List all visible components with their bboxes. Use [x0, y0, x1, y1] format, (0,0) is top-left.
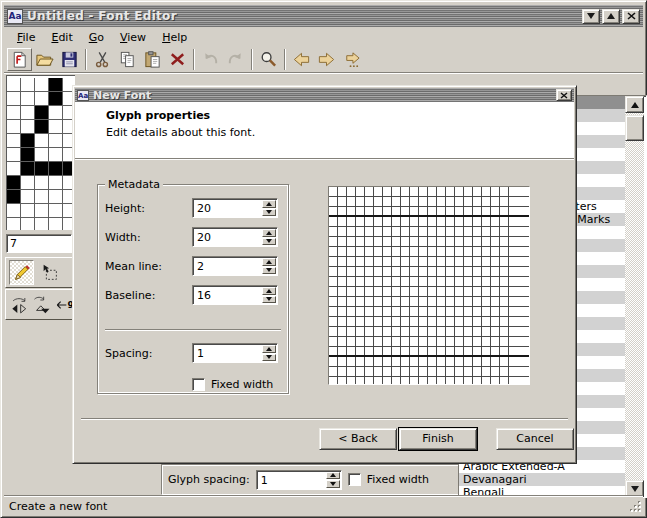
menu-item-view[interactable]: View — [113, 29, 153, 46]
list-scrollbar[interactable] — [625, 96, 644, 497]
glyph-pixel[interactable] — [35, 162, 48, 175]
glyph-pixel[interactable] — [35, 134, 48, 147]
back-button[interactable]: < Back — [319, 428, 397, 450]
maximize-button[interactable] — [602, 9, 620, 24]
glyph-pixel[interactable] — [21, 92, 34, 105]
minimize-button[interactable] — [582, 9, 600, 24]
glyph-edit-canvas[interactable] — [6, 75, 75, 230]
redo-button[interactable] — [223, 48, 248, 71]
close-button[interactable] — [622, 9, 640, 24]
glyph-pixel[interactable] — [49, 92, 62, 105]
menu-item-edit[interactable]: Edit — [44, 29, 79, 46]
field-stepper[interactable]: 2 — [192, 256, 278, 276]
goto-button[interactable] — [339, 48, 364, 71]
new-font-button[interactable] — [7, 48, 32, 71]
glyph-spacing-stepper[interactable]: 1 — [256, 470, 342, 490]
spin-up-button[interactable] — [262, 345, 276, 353]
glyph-pixel[interactable] — [35, 218, 48, 230]
glyph-pixel[interactable] — [21, 162, 34, 175]
glyph-pixel[interactable] — [49, 106, 62, 119]
menu-item-go[interactable]: Go — [82, 29, 111, 46]
dialog-close-button[interactable] — [556, 89, 572, 101]
glyph-pixel[interactable] — [49, 204, 62, 217]
spin-up-button[interactable] — [262, 258, 276, 266]
paste-button[interactable] — [140, 48, 165, 71]
glyph-pixel[interactable] — [35, 148, 48, 161]
character-input[interactable] — [6, 234, 72, 253]
glyph-pixel[interactable] — [21, 218, 34, 230]
select-tool-button[interactable] — [37, 260, 62, 285]
spin-up-button[interactable] — [326, 472, 340, 480]
flip-horizontal-button[interactable] — [9, 292, 29, 317]
spin-up-button[interactable] — [262, 200, 276, 208]
glyph-pixel[interactable] — [7, 148, 20, 161]
cancel-button[interactable]: Cancel — [496, 428, 574, 450]
glyph-pixel[interactable] — [21, 190, 34, 203]
glyph-pixel[interactable] — [7, 92, 20, 105]
glyph-pixel[interactable] — [49, 218, 62, 230]
menu-item-help[interactable]: Help — [155, 29, 194, 46]
glyph-pixel[interactable] — [35, 78, 48, 91]
glyph-pixel[interactable] — [49, 120, 62, 133]
glyph-pixel[interactable] — [7, 78, 20, 91]
glyph-pixel[interactable] — [35, 106, 48, 119]
glyph-pixel-grid[interactable] — [7, 78, 75, 230]
glyph-pixel[interactable] — [7, 204, 20, 217]
fixed-width-checkbox[interactable] — [192, 378, 205, 391]
glyph-pixel[interactable] — [49, 78, 62, 91]
glyph-pixel[interactable] — [49, 162, 62, 175]
pencil-tool-button[interactable] — [9, 260, 34, 285]
glyph-pixel[interactable] — [35, 204, 48, 217]
glyph-pixel[interactable] — [35, 92, 48, 105]
spin-down-button[interactable] — [262, 238, 276, 246]
glyph-pixel[interactable] — [35, 120, 48, 133]
glyph-pixel[interactable] — [7, 120, 20, 133]
glyph-pixel[interactable] — [21, 78, 34, 91]
forward-button[interactable] — [314, 48, 339, 71]
scroll-up-button[interactable] — [625, 96, 644, 113]
spin-up-button[interactable] — [262, 287, 276, 295]
glyph-pixel[interactable] — [49, 148, 62, 161]
glyph-pixel[interactable] — [49, 134, 62, 147]
glyph-pixel[interactable] — [35, 190, 48, 203]
glyph-pixel[interactable] — [7, 134, 20, 147]
glyph-pixel[interactable] — [21, 106, 34, 119]
glyph-pixel[interactable] — [7, 162, 20, 175]
glyph-pixel[interactable] — [7, 190, 20, 203]
scrollbar-thumb[interactable] — [625, 115, 644, 141]
field-stepper[interactable]: 16 — [192, 285, 278, 305]
spin-up-button[interactable] — [262, 229, 276, 237]
spin-down-button[interactable] — [262, 296, 276, 304]
finish-button[interactable]: Finish — [399, 428, 477, 450]
glyph-pixel[interactable] — [21, 148, 34, 161]
menu-item-file[interactable]: File — [10, 29, 42, 46]
scroll-down-button[interactable] — [625, 480, 644, 497]
resize-grip[interactable] — [627, 499, 642, 514]
glyph-pixel[interactable] — [7, 218, 20, 230]
glyph-pixel[interactable] — [21, 204, 34, 217]
glyph-pixel[interactable] — [21, 134, 34, 147]
open-button[interactable] — [32, 48, 57, 71]
spacing-stepper[interactable]: 1 — [192, 343, 278, 363]
glyph-pixel[interactable] — [21, 176, 34, 189]
spin-down-button[interactable] — [262, 209, 276, 217]
spin-down-button[interactable] — [262, 267, 276, 275]
fixed-width-checkbox[interactable] — [348, 473, 361, 486]
save-button[interactable] — [57, 48, 82, 71]
cut-button[interactable] — [90, 48, 115, 71]
zoom-button[interactable] — [256, 48, 281, 71]
list-item[interactable]: Devanagari — [459, 473, 625, 486]
glyph-pixel[interactable] — [49, 176, 62, 189]
field-stepper[interactable]: 20 — [192, 227, 278, 247]
glyph-pixel[interactable] — [21, 120, 34, 133]
copy-button[interactable] — [115, 48, 140, 71]
flip-vertical-button[interactable] — [32, 292, 52, 317]
spin-down-button[interactable] — [262, 354, 276, 362]
undo-button[interactable] — [198, 48, 223, 71]
spin-down-button[interactable] — [326, 480, 340, 488]
glyph-pixel[interactable] — [49, 190, 62, 203]
glyph-pixel[interactable] — [7, 106, 20, 119]
glyph-pixel[interactable] — [35, 176, 48, 189]
glyph-pixel[interactable] — [7, 176, 20, 189]
back-button[interactable] — [289, 48, 314, 71]
